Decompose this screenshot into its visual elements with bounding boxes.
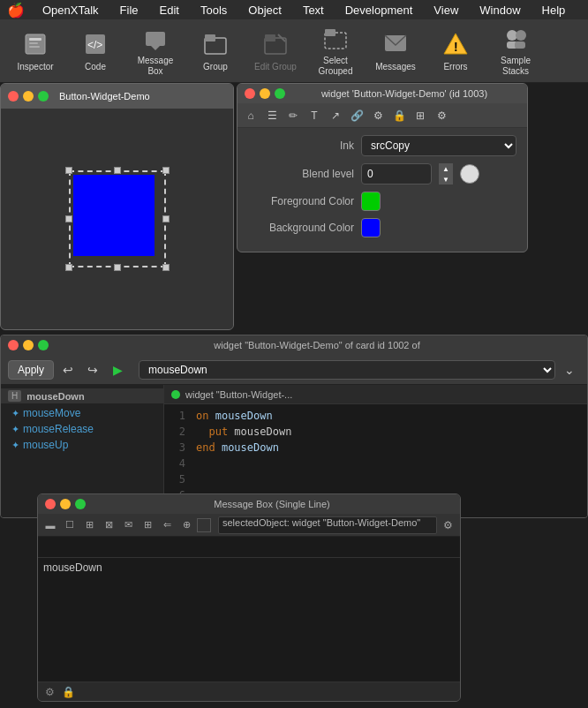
msg-tool-5[interactable]: ✉ [119, 516, 137, 534]
apply-button[interactable]: Apply [8, 360, 54, 380]
svg-rect-9 [205, 34, 215, 41]
maximize-button[interactable] [38, 91, 49, 102]
handle-topcenter[interactable] [114, 167, 121, 174]
toolbar-inspector-button[interactable]: Inspector [7, 25, 64, 78]
handler-item-mouserelease[interactable]: ✦ mouseRelease [1, 421, 163, 437]
msg-minimize[interactable] [60, 499, 71, 509]
inspector-text-btn[interactable]: T [305, 106, 324, 125]
msg-tool-7[interactable]: ⇐ [158, 516, 176, 534]
minimize-button[interactable] [23, 91, 34, 102]
menu-object[interactable]: Object [245, 4, 285, 17]
code-text-3: end mouseDown [196, 440, 279, 456]
handle-topright[interactable] [162, 167, 170, 174]
svg-rect-21 [515, 41, 525, 49]
msg-input-area[interactable] [38, 537, 460, 558]
bg-color-swatch[interactable] [361, 218, 381, 237]
messagebox-label: Message Box [131, 56, 180, 77]
script-maximize[interactable] [38, 340, 49, 350]
msg-titlebar: Message Box (Single Line) [38, 494, 460, 514]
toolbar-errors-button[interactable]: ! Errors [427, 25, 484, 78]
menu-tools[interactable]: Tools [197, 4, 230, 17]
inspector-icon [21, 30, 49, 58]
menu-edit[interactable]: Edit [156, 4, 183, 17]
toolbar-messagebox-button[interactable]: Message Box [127, 25, 184, 78]
blend-down-btn[interactable]: ▼ [439, 174, 453, 185]
msg-tool-3[interactable]: ⊞ [80, 516, 98, 534]
close-button[interactable] [8, 91, 19, 102]
menu-window[interactable]: Window [476, 4, 524, 17]
widget-window: Button-Widget-Demo [0, 83, 234, 330]
msg-maximize[interactable] [75, 499, 86, 509]
menu-openxtalk[interactable]: OpenXTalk [39, 4, 102, 17]
inspector-label: Inspector [17, 62, 53, 72]
handle-bottomcenter[interactable] [114, 264, 121, 271]
msg-input[interactable] [43, 543, 455, 555]
status-dot [171, 390, 180, 399]
apple-menu[interactable]: 🍎 [7, 2, 25, 19]
toolbar-group-button[interactable]: Group [187, 25, 244, 78]
msg-tool-6[interactable]: ⊞ [139, 516, 156, 534]
msg-status-info-icon[interactable]: 🔒 [62, 686, 75, 698]
handler-dropdown-arrow[interactable]: ⌄ [559, 360, 580, 380]
inspector-title: widget 'Button-Widget-Demo' (id 1003) [289, 88, 520, 99]
msg-close[interactable] [45, 499, 56, 509]
toolbar-editgroup-button[interactable]: Edit Group [247, 25, 304, 78]
msg-tool-4[interactable]: ⊠ [100, 516, 117, 534]
fg-color-swatch[interactable] [361, 192, 381, 211]
menu-development[interactable]: Development [342, 4, 417, 17]
inspector-maximize[interactable] [275, 88, 285, 99]
msg-settings-btn[interactable]: ⚙ [439, 516, 456, 534]
inspector-settings-btn[interactable]: ⚙ [368, 106, 388, 125]
msg-tool-1[interactable]: ▬ [41, 516, 59, 534]
inspector-link-btn[interactable]: 🔗 [347, 106, 366, 125]
inspector-arrow-btn[interactable]: ↗ [326, 106, 345, 125]
main-area: Button-Widget-Demo [0, 83, 588, 708]
inspector-close[interactable] [245, 88, 255, 99]
menu-view[interactable]: View [430, 4, 462, 17]
inspector-home-btn[interactable]: ⌂ [241, 106, 260, 125]
handler-badge: H [8, 390, 21, 402]
toolbar-samplestacks-button[interactable]: Sample Stacks [487, 25, 544, 78]
msg-title: Message Box (Single Line) [91, 499, 453, 509]
menu-help[interactable]: Help [539, 4, 569, 17]
handler-item-mouseup[interactable]: ✦ mouseUp [1, 437, 163, 453]
undo-button[interactable]: ↩ [57, 360, 79, 380]
script-toolbar: Apply ↩ ↪ ▶ mouseDown mouseMove mouseRel… [1, 355, 587, 385]
blend-up-btn[interactable]: ▲ [439, 163, 453, 174]
redo-button[interactable]: ↪ [82, 360, 103, 380]
script-minimize[interactable] [23, 340, 34, 350]
editgroup-icon [261, 30, 290, 58]
handler-item-mousemove[interactable]: ✦ mouseMove [1, 405, 163, 421]
line-num-3: 3 [171, 440, 185, 456]
handle-bottomleft[interactable] [65, 264, 72, 271]
inspector-list-btn[interactable]: ☰ [262, 106, 282, 125]
msg-tool-2[interactable]: ☐ [61, 516, 79, 534]
inspector-edit-btn[interactable]: ✏ [283, 106, 303, 125]
inspector-lock-btn[interactable]: 🔒 [389, 106, 409, 125]
handler-dropdown[interactable]: mouseDown mouseMove mouseRelease mouseUp [139, 360, 555, 380]
msg-status-lock-icon[interactable]: ⚙ [45, 686, 55, 698]
toolbar-messages-button[interactable]: Messages [367, 25, 424, 78]
toolbar-code-button[interactable]: </> Code [67, 25, 124, 78]
toolbar-selectgrouped-button[interactable]: Select Grouped [307, 25, 364, 78]
inspector-minimize[interactable] [260, 88, 270, 99]
menu-text[interactable]: Text [299, 4, 328, 17]
handle-middleleft[interactable] [65, 215, 72, 222]
message-box-window: Message Box (Single Line) ▬ ☐ ⊞ ⊠ ✉ ⊞ ⇐ … [37, 493, 461, 702]
menu-file[interactable]: File [117, 4, 142, 17]
ink-select[interactable]: srcCopy [361, 135, 516, 156]
code-panel-title: widget "Button-Widget-... [185, 389, 292, 400]
blend-input[interactable] [361, 163, 432, 185]
msg-statusbar: ⚙ 🔒 [38, 682, 460, 701]
msg-tool-8[interactable]: ⊕ [177, 516, 195, 534]
script-close[interactable] [8, 340, 19, 350]
handle-topleft[interactable] [65, 167, 72, 174]
plus-icon-mouserelease: ✦ [11, 424, 19, 435]
run-button[interactable]: ▶ [107, 360, 128, 380]
msg-output: mouseDown [38, 558, 460, 682]
inspector-gear-btn[interactable]: ⚙ [432, 106, 451, 125]
handle-middleright[interactable] [162, 215, 170, 222]
widget-canvas[interactable] [1, 109, 233, 329]
inspector-grid-btn[interactable]: ⊞ [411, 106, 430, 125]
handle-bottomright[interactable] [162, 264, 170, 271]
